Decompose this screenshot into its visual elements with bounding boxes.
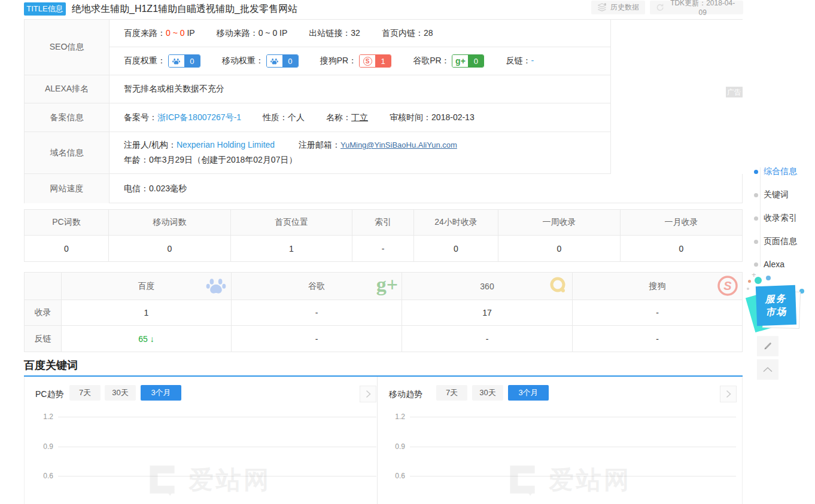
icp-row-label: 备案信息 <box>25 103 110 132</box>
title-info-badge: TITLE信息 <box>24 2 66 16</box>
icp-number-link[interactable]: 浙ICP备18007267号-1 <box>157 112 241 122</box>
stats-header-pc-words: PC词数 <box>25 210 109 236</box>
backlinks-value[interactable]: - <box>531 56 534 65</box>
stats-value-month: 0 <box>621 236 742 261</box>
pc-trend-7d-button[interactable]: 7天 <box>69 385 101 401</box>
gridline <box>58 417 376 417</box>
backlinks: 反链：- <box>506 56 534 66</box>
google-pr-value: 0 <box>468 55 483 67</box>
stats-header-24h: 24小时收录 <box>414 210 498 236</box>
aizhan-seo-report-page: TITLE信息 绝地求生辅助_H1Z1辅助自瞄透视辅助_批发零售网站 历史数据 … <box>0 0 815 504</box>
keyword-trend-charts: PC趋势 7天 30天 3个月 1.2 0.9 0.6 爱站网 移动趋势 7天 … <box>24 377 743 504</box>
nav-dot-icon <box>754 262 758 267</box>
baidu-weight-badge[interactable]: 0 <box>168 54 200 68</box>
site-speed-row-label: 网站速度 <box>25 174 110 203</box>
sidenav-item-overview[interactable]: 综合信息 <box>754 166 797 177</box>
nav-dot-icon <box>754 240 758 244</box>
baidu-weight: 百度权重： 0 <box>124 54 200 68</box>
stats-value-pc-words: 0 <box>25 236 109 261</box>
sidenav-item-keywords[interactable]: 关键词 <box>754 190 789 200</box>
stats-value-home-position: 1 <box>231 236 352 261</box>
tdk-update-button[interactable]: TDK更新：2018-04-09 <box>650 1 743 14</box>
sogou-pr-badge[interactable]: S 1 <box>359 54 391 68</box>
homepage-inner-links-value: 28 <box>424 28 433 38</box>
dot-decoration <box>747 288 749 290</box>
pc-ytick-0-9: 0.9 <box>35 442 53 451</box>
google-pr-badge[interactable]: g+ 0 <box>452 54 484 68</box>
site-speed-row: 电信：0.023毫秒 <box>110 174 743 203</box>
site-info-table: SEO信息 百度来路：0 ~ 0 IP 移动来路：0 ~ 0 IP 出站链接：3… <box>24 19 743 203</box>
title-bar: TITLE信息 绝地求生辅助_H1Z1辅助自瞄透视辅助_批发零售网站 历史数据 … <box>0 0 815 18</box>
stats-header-month: 一月收录 <box>621 210 742 236</box>
mobile-trend-7d-button[interactable]: 7天 <box>436 385 467 401</box>
tdk-update-label: TDK更新：2018-04-09 <box>668 0 737 17</box>
stats-header-mobile-words: 移动词数 <box>109 210 231 236</box>
mobile-ytick-1-2: 1.2 <box>387 413 405 421</box>
register-email: 注册邮箱：YuMing@YinSiBaoHu.AliYun.com <box>299 140 457 149</box>
mobile-trend-30d-button[interactable]: 30天 <box>472 385 503 401</box>
site-speed-value: 电信：0.023毫秒 <box>124 184 187 194</box>
sidenav-item-alexa[interactable]: Alexa <box>754 259 784 269</box>
pc-ytick-0-6: 0.6 <box>35 472 53 480</box>
google-backlinks-value: - <box>232 326 402 352</box>
sogou-icon-large: S <box>717 275 738 298</box>
baidu-backlinks-value[interactable]: 65 ↓ <box>62 326 232 352</box>
pc-trend-3m-button[interactable]: 3个月 <box>141 385 181 401</box>
domain-line-1: 注册人/机构：Nexperian Holding Limited 注册邮箱：Yu… <box>124 140 479 151</box>
mobile-weight-badge[interactable]: 0 <box>266 54 299 68</box>
mobile-ytick-0-6: 0.6 <box>387 472 405 480</box>
register-email-link[interactable]: YuMing@YinSiBaoHu.AliYun.com <box>340 140 457 149</box>
aizhan-watermark: 爱站网 <box>504 462 631 498</box>
alexa-no-data-text: 暂无排名或相关数据不充分 <box>124 84 224 94</box>
stats-header-index: 索引 <box>352 210 414 236</box>
chevron-right-icon <box>726 390 731 398</box>
icp-number: 备案号：浙ICP备18007267号-1 <box>124 112 241 123</box>
alexa-row: 暂无排名或相关数据不充分 <box>110 75 610 103</box>
sidenav-item-page-info[interactable]: 页面信息 <box>754 236 797 247</box>
google-plus-icon-large: g+ <box>376 273 398 296</box>
pc-trend-30d-button[interactable]: 30天 <box>105 385 136 401</box>
page-title: 绝地求生辅助_H1Z1辅助自瞄透视辅助_批发零售网站 <box>72 3 297 16</box>
outbound-links-value: 32 <box>351 28 360 38</box>
gridline <box>410 417 736 417</box>
seo-weight-row: 百度权重： 0 移动权重： 0 搜狗PR： <box>110 47 610 75</box>
engines-corner-cell <box>25 273 62 300</box>
homepage-inner-links: 首页内链：28 <box>382 28 433 39</box>
pc-trend-next-button[interactable] <box>360 386 376 402</box>
engine-header-baidu: 百度 <box>62 273 232 300</box>
mobile-trend-next-button[interactable] <box>720 386 737 402</box>
registrant-link[interactable]: Nexperian Holding Limited <box>177 140 275 149</box>
baidu-indexed-value[interactable]: 1 <box>62 300 232 326</box>
icp-name-link[interactable]: 丁立 <box>351 112 368 122</box>
icp-name: 名称：丁立 <box>326 112 368 123</box>
360-search-icon-large <box>548 276 568 298</box>
mobile-trend-3m-button[interactable]: 3个月 <box>508 385 549 401</box>
sidenav-item-index[interactable]: 收录索引 <box>754 213 797 224</box>
pc-trend-panel: PC趋势 7天 30天 3个月 1.2 0.9 0.6 爱站网 <box>25 377 377 504</box>
domain-row-label: 域名信息 <box>25 132 110 174</box>
stats-value-index: - <box>352 236 414 261</box>
sogou-indexed-value: - <box>573 300 742 326</box>
google-plus-icon: g+ <box>452 55 468 67</box>
down-arrow-icon: ↓ <box>150 334 154 344</box>
mobile-traffic-value: 0 ~ 0 <box>259 28 278 38</box>
domain-age: 年龄：0年3月29日（创建于2018年02月07日） <box>124 155 297 164</box>
stats-header-home-position: 首页位置 <box>231 210 352 236</box>
search-engines-table: 百度 谷歌 g+ 360 搜狗 S 收录 1 - 17 - 反链 65 ↓ - <box>24 272 743 352</box>
360-indexed-value[interactable]: 17 <box>402 300 573 326</box>
service-market-badge[interactable]: 服务 市场 <box>756 285 796 326</box>
chevron-right-icon <box>366 390 371 398</box>
sogou-backlinks-value: - <box>573 326 742 352</box>
mobile-traffic: 移动来路：0 ~ 0 IP <box>217 28 288 39</box>
ad-placeholder: 广告 <box>610 20 743 174</box>
icp-row: 备案号：浙ICP备18007267号-1 性质：个人 名称：丁立 审核时间：20… <box>110 103 610 132</box>
dot-decoration <box>748 280 751 283</box>
history-data-button[interactable]: 历史数据 <box>591 1 645 14</box>
outbound-links: 出站链接：32 <box>309 28 360 39</box>
edit-button[interactable] <box>757 336 778 356</box>
mobile-weight: 移动权重： 0 <box>222 54 299 68</box>
refresh-icon <box>656 3 664 12</box>
back-to-top-button[interactable] <box>757 359 778 380</box>
stats-value-week: 0 <box>498 236 621 261</box>
layers-icon <box>597 3 607 12</box>
